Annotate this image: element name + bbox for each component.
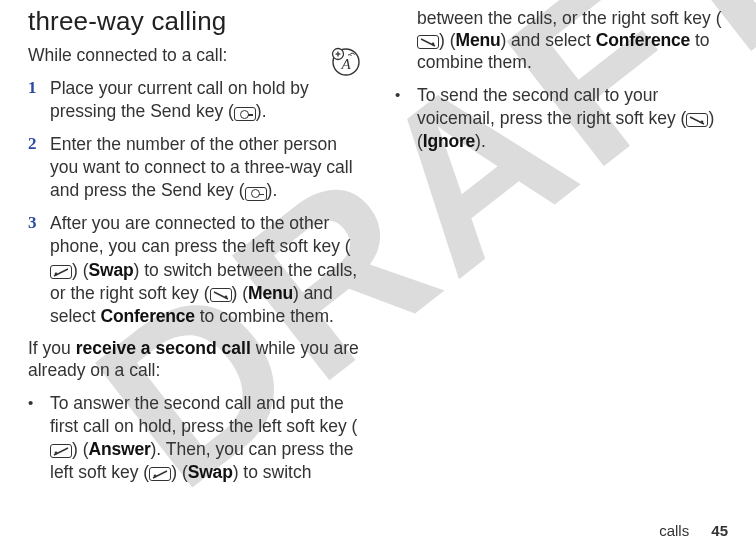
bullet-list-right: • To send the second call to your voicem… <box>395 84 728 153</box>
step-2: 2 Enter the number of the other person y… <box>28 133 361 202</box>
bullet-ignore: • To send the second call to your voicem… <box>395 84 728 153</box>
cont-text: between the calls, or the right soft key… <box>417 8 721 28</box>
bullet-answer: • To answer the second call and put the … <box>28 392 361 484</box>
svg-point-10 <box>701 120 704 123</box>
section-title: three-way calling <box>28 6 361 37</box>
left-soft-key-icon <box>50 444 72 458</box>
right-soft-key-icon <box>417 35 439 49</box>
step-text: to combine them. <box>195 306 334 326</box>
page-footer: calls 45 <box>659 522 728 539</box>
right-soft-key-icon <box>686 113 708 127</box>
right-soft-key-icon <box>210 288 232 302</box>
bullet-text: ). <box>475 131 486 151</box>
bullet-text: ) ( <box>171 462 188 482</box>
step-text: After you are connected to the other pho… <box>50 213 351 256</box>
left-soft-key-icon <box>149 467 171 481</box>
ignore-label: Ignore <box>423 131 475 151</box>
step-1: 1 Place your current call on hold by pre… <box>28 77 323 123</box>
conference-label: Conference <box>101 306 195 326</box>
swap-label: Swap <box>89 260 134 280</box>
footer-section: calls <box>659 522 689 539</box>
page-number: 45 <box>711 522 728 539</box>
bullet-continuation: between the calls, or the right soft key… <box>417 8 728 74</box>
step-number: 1 <box>28 77 50 123</box>
svg-point-9 <box>432 42 435 45</box>
svg-text:A: A <box>340 56 351 72</box>
step-text: ) ( <box>72 260 89 280</box>
step-text: ) ( <box>232 283 249 303</box>
bullet-dot: • <box>28 392 50 484</box>
account-plus-icon: A <box>331 47 361 77</box>
receive-bold: receive a second call <box>76 338 251 358</box>
right-column: between the calls, or the right soft key… <box>395 6 728 494</box>
swap-label: Swap <box>188 462 233 482</box>
bullet-list-left: • To answer the second call and put the … <box>28 392 361 484</box>
bullet-text: ) ( <box>72 439 89 459</box>
bullet-text: To answer the second call and put the fi… <box>50 393 357 436</box>
send-key-icon <box>234 107 256 121</box>
step-3: 3 After you are connected to the other p… <box>28 212 361 327</box>
step-number: 2 <box>28 133 50 202</box>
cont-text: ) and select <box>500 30 595 50</box>
step-text: Enter the number of the other person you… <box>50 134 353 200</box>
left-soft-key-icon <box>50 265 72 279</box>
menu-label: Menu <box>456 30 501 50</box>
bullet-dot: • <box>395 84 417 153</box>
svg-point-6 <box>224 295 227 298</box>
answer-label: Answer <box>89 439 151 459</box>
left-column: three-way calling While connected to a c… <box>28 6 361 494</box>
receive-lead-pre: If you <box>28 338 76 358</box>
bullet-text: ) to switch <box>233 462 312 482</box>
receive-lead: If you receive a second call while you a… <box>28 338 361 382</box>
step-text: Place your current call on hold by press… <box>50 78 309 121</box>
bullet-text: To send the second call to your voicemai… <box>417 85 686 128</box>
step-number: 3 <box>28 212 50 327</box>
intro-text: While connected to a call: <box>28 45 227 65</box>
cont-text: ) ( <box>439 30 456 50</box>
send-key-icon <box>245 187 267 201</box>
step-text-post: ). <box>267 180 278 200</box>
steps-list: 1 Place your current call on hold by pre… <box>28 77 361 328</box>
menu-label: Menu <box>248 283 293 303</box>
conference-label: Conference <box>596 30 690 50</box>
intro-line: While connected to a call: A <box>28 45 361 67</box>
step-text-post: ). <box>256 101 267 121</box>
